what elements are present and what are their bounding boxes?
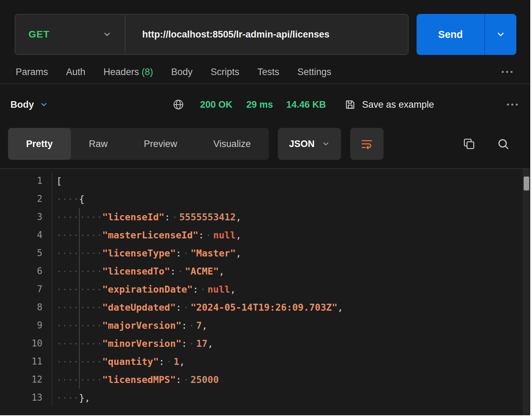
save-icon [345, 99, 356, 110]
code-line: 10········"minorVersion":·17, [0, 334, 530, 352]
line-number: 7 [0, 280, 52, 298]
token-punct: : [170, 266, 176, 277]
token-punct: : [193, 284, 198, 295]
line-number: 9 [0, 316, 52, 334]
token-key: "licensedTo" [102, 266, 170, 277]
chevron-down-icon [103, 30, 112, 39]
token-key: "licenseId" [102, 212, 164, 222]
response-more-options-icon[interactable]: ••• [507, 100, 520, 109]
line-number: 1 [0, 172, 52, 190]
tab-tests[interactable]: Tests [257, 67, 279, 77]
network-info-icon[interactable] [172, 99, 184, 111]
token-punct: }, [79, 392, 90, 403]
indent-guide: ···· [79, 334, 102, 352]
token-num: 1 [174, 356, 179, 367]
indent-whitespace: ···· [56, 389, 79, 407]
send-label: Send [417, 29, 484, 40]
tab-params[interactable]: Params [16, 67, 48, 77]
token-ws: · [182, 302, 191, 313]
line-content: ········"quantity":·1, [52, 352, 185, 370]
response-section-selector[interactable]: Body [10, 99, 48, 110]
search-response-button[interactable] [497, 128, 509, 160]
headers-count-badge: (8) [142, 67, 153, 77]
copy-icon [463, 138, 475, 150]
token-punct: : [198, 230, 204, 240]
line-number: 4 [0, 226, 52, 244]
indent-whitespace: ···· [56, 370, 79, 389]
more-options-icon[interactable]: ••• [501, 67, 515, 76]
token-punct: : [182, 320, 187, 331]
response-meta-bar: Body 200 OK 29 ms 14.46 KB Save as examp… [0, 92, 530, 117]
tab-headers-label: Headers [104, 67, 139, 77]
send-options-chevron-icon[interactable] [485, 30, 516, 39]
chevron-down-icon [322, 140, 330, 148]
response-body-viewer[interactable]: 1[2····{3········"licenseId":·5555553412… [0, 168, 530, 415]
format-selector[interactable]: JSON [278, 128, 341, 160]
line-content: ········"licenseId":·5555553412, [52, 208, 241, 226]
method-selector[interactable]: GET [15, 15, 125, 54]
token-num: 17 [196, 338, 208, 349]
token-null: null [213, 230, 236, 240]
token-ws: · [182, 248, 191, 259]
indent-guide: ···· [79, 280, 102, 298]
line-content: ········"licensedMPS":·25000 [52, 370, 219, 389]
token-num: 7 [196, 320, 202, 331]
scrollbar[interactable] [523, 169, 530, 415]
token-str: "ACME" [185, 266, 219, 277]
code-line: 11········"quantity":·1, [0, 352, 530, 370]
save-as-example-button[interactable]: Save as example [345, 99, 434, 110]
code-lines: 1[2····{3········"licenseId":·5555553412… [0, 169, 530, 407]
tab-headers[interactable]: Headers (8) [104, 67, 153, 77]
indent-guide: ···· [79, 262, 102, 280]
view-tab-preview[interactable]: Preview [126, 128, 195, 160]
indent-guide: ···· [79, 244, 102, 262]
token-punct: : [176, 302, 181, 313]
line-content: ····}, [52, 389, 90, 407]
indent-whitespace: ···· [56, 190, 79, 208]
token-str: "Master" [191, 248, 236, 259]
token-key: "minorVersion" [102, 338, 182, 349]
response-time[interactable]: 29 ms [247, 99, 273, 110]
token-num: 25000 [191, 374, 219, 385]
view-tab-visualize[interactable]: Visualize [195, 128, 269, 160]
code-line: 2····{ [0, 190, 530, 208]
line-content: ········"minorVersion":·17, [52, 334, 213, 352]
line-content: ········"dateUpdated":·"2024-05-14T19:26… [52, 298, 343, 316]
code-line: 5········"licenseType":·"Master", [0, 244, 530, 262]
token-ws: · [164, 356, 174, 367]
scrollbar-thumb[interactable] [524, 177, 529, 190]
code-line: 12········"licensedMPS":·25000 [0, 370, 530, 389]
indent-whitespace: ···· [56, 316, 79, 334]
token-str: "2024-05-14T19:26:09.703Z" [191, 302, 338, 313]
tab-scripts[interactable]: Scripts [211, 67, 240, 77]
indent-whitespace: ···· [56, 262, 79, 280]
response-size[interactable]: 14.46 KB [286, 99, 326, 110]
tab-auth[interactable]: Auth [66, 67, 86, 77]
view-tab-raw[interactable]: Raw [71, 128, 126, 160]
api-client-window: GET http://localhost:8505/lr-admin-api/l… [0, 0, 532, 417]
token-punct: : [176, 248, 181, 259]
code-line: 4········"masterLicenseId":·null, [0, 226, 530, 244]
token-ws: · [204, 230, 213, 240]
send-button[interactable]: Send [417, 14, 516, 55]
request-tabs: Params Auth Headers (8) Body Scripts Tes… [0, 60, 530, 84]
wrap-line-button[interactable] [350, 128, 384, 160]
status-badge[interactable]: 200 OK [200, 99, 233, 110]
line-number: 5 [0, 244, 52, 262]
indent-whitespace: ···· [56, 352, 79, 370]
token-punct: , [236, 230, 241, 240]
url-input[interactable]: http://localhost:8505/lr-admin-api/licen… [126, 29, 408, 40]
code-line: 6········"licensedTo":·"ACME", [0, 262, 530, 280]
token-punct: [ [56, 175, 62, 186]
token-key: "majorVersion" [102, 320, 182, 331]
token-punct: , [208, 338, 213, 349]
line-content: ········"licensedTo":·"ACME", [52, 262, 224, 280]
line-content: ····{ [52, 190, 84, 208]
token-key: "licensedMPS" [102, 374, 176, 385]
indent-guide: ···· [79, 208, 102, 226]
tab-settings[interactable]: Settings [297, 67, 331, 77]
tab-body[interactable]: Body [171, 67, 193, 77]
copy-response-button[interactable] [463, 128, 475, 160]
view-tab-pretty[interactable]: Pretty [8, 128, 71, 160]
token-punct: , [236, 212, 241, 222]
